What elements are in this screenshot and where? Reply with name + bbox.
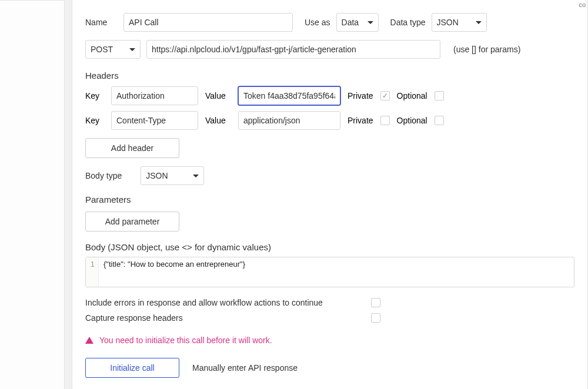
capture-headers-label: Capture response headers [85, 313, 183, 323]
body-editor-label: Body (JSON object, use <> for dynamic va… [85, 242, 574, 252]
http-method-value: POST [91, 45, 113, 54]
header-key-label: Key [85, 116, 104, 125]
capture-headers-checkbox[interactable] [371, 313, 380, 323]
use-as-label: Use as [305, 18, 330, 27]
body-type-value: JSON [146, 171, 168, 180]
private-checkbox[interactable] [380, 91, 390, 100]
name-input[interactable] [123, 13, 293, 32]
header-value-label: Value [205, 91, 231, 100]
caret-down-icon [368, 21, 373, 24]
warning-text: You need to initialize this call before … [99, 336, 272, 345]
add-header-button[interactable]: Add header [85, 138, 179, 158]
manual-api-link[interactable]: Manually enter API response [192, 363, 298, 373]
left-sidebar [0, 0, 65, 389]
line-number: 1 [86, 257, 99, 287]
private-label: Private [348, 91, 373, 100]
optional-checkbox[interactable] [435, 116, 444, 125]
caret-down-icon [476, 21, 482, 24]
body-type-select[interactable]: JSON [141, 166, 204, 185]
url-hint: (use [] for params) [453, 45, 520, 54]
header-value-label: Value [205, 116, 231, 125]
optional-label: Optional [397, 116, 427, 125]
warning-icon [85, 337, 93, 344]
parameters-label: Parameters [85, 195, 574, 204]
header-key-label: Key [85, 91, 104, 100]
add-parameter-button[interactable]: Add parameter [85, 212, 179, 232]
private-label: Private [348, 116, 373, 125]
corner-text: co [579, 1, 586, 8]
optional-checkbox[interactable] [435, 91, 444, 100]
include-errors-label: Include errors in response and allow wor… [85, 298, 323, 307]
use-as-select[interactable]: Data [336, 13, 379, 32]
header-value-input[interactable] [238, 111, 340, 130]
headers-title: Headers [85, 71, 574, 81]
warning-row: You need to initialize this call before … [85, 336, 574, 345]
url-input[interactable] [146, 40, 440, 59]
body-code-editor[interactable]: 1 {"title": "How to become an entreprene… [85, 257, 574, 287]
data-type-select[interactable]: JSON [432, 13, 487, 32]
caret-down-icon [129, 48, 135, 51]
include-errors-checkbox[interactable] [371, 298, 380, 307]
data-type-label: Data type [390, 18, 426, 27]
http-method-select[interactable]: POST [85, 40, 141, 59]
caret-down-icon [193, 175, 199, 177]
use-as-value: Data [342, 18, 359, 27]
body-code-content: {"title": "How to become an entrepreneur… [99, 257, 250, 287]
data-type-value: JSON [437, 18, 459, 27]
initialize-call-button[interactable]: Initialize call [85, 358, 179, 378]
header-key-input[interactable] [111, 86, 198, 105]
header-key-input[interactable] [111, 111, 198, 130]
name-label: Name [85, 18, 118, 27]
body-type-label: Body type [85, 171, 122, 180]
header-value-input[interactable] [238, 86, 340, 105]
private-checkbox[interactable] [380, 116, 390, 125]
optional-label: Optional [397, 91, 427, 100]
api-call-panel: Name Use as Data Data type JSON POST [72, 0, 588, 389]
